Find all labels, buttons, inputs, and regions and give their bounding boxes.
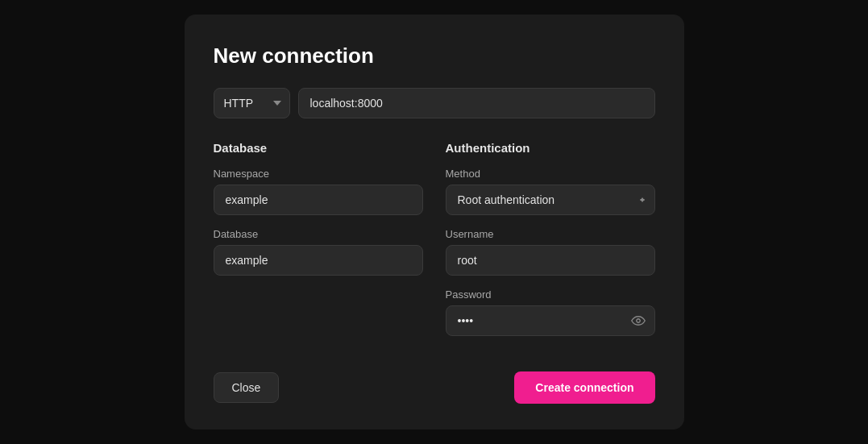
namespace-field: Namespace — [214, 168, 423, 215]
database-column: Database Namespace Database — [214, 141, 423, 349]
eye-icon — [631, 313, 646, 328]
username-label: Username — [446, 228, 655, 240]
create-connection-button[interactable]: Create connection — [514, 371, 654, 404]
new-connection-modal: New connection HTTP HTTPS Database Names… — [185, 15, 684, 429]
password-label: Password — [446, 288, 655, 301]
password-wrapper — [446, 305, 655, 336]
auth-section-title: Authentication — [446, 141, 655, 155]
auth-column: Authentication Method Root authenticatio… — [446, 141, 655, 349]
database-label: Database — [214, 228, 423, 240]
toggle-password-button[interactable] — [629, 312, 647, 330]
password-input[interactable] — [446, 305, 655, 336]
username-field: Username — [446, 228, 655, 276]
close-button[interactable]: Close — [214, 372, 280, 403]
protocol-select[interactable]: HTTP HTTPS — [214, 88, 290, 118]
database-field: Database — [214, 228, 423, 276]
connection-row: HTTP HTTPS — [214, 88, 655, 118]
svg-point-0 — [636, 319, 640, 323]
database-section-title: Database — [214, 141, 423, 155]
method-field: Method Root authentication Scope authent… — [446, 168, 655, 215]
modal-footer: Close Create connection — [214, 371, 655, 404]
columns: Database Namespace Database Authenticati… — [214, 141, 655, 349]
method-select[interactable]: Root authentication Scope authentication… — [446, 185, 655, 215]
namespace-label: Namespace — [214, 168, 423, 180]
host-input[interactable] — [298, 88, 655, 118]
namespace-input[interactable] — [214, 185, 423, 215]
username-input[interactable] — [446, 245, 655, 276]
modal-title: New connection — [214, 44, 655, 68]
database-input[interactable] — [214, 245, 423, 276]
method-label: Method — [446, 168, 655, 180]
password-field: Password — [446, 288, 655, 336]
